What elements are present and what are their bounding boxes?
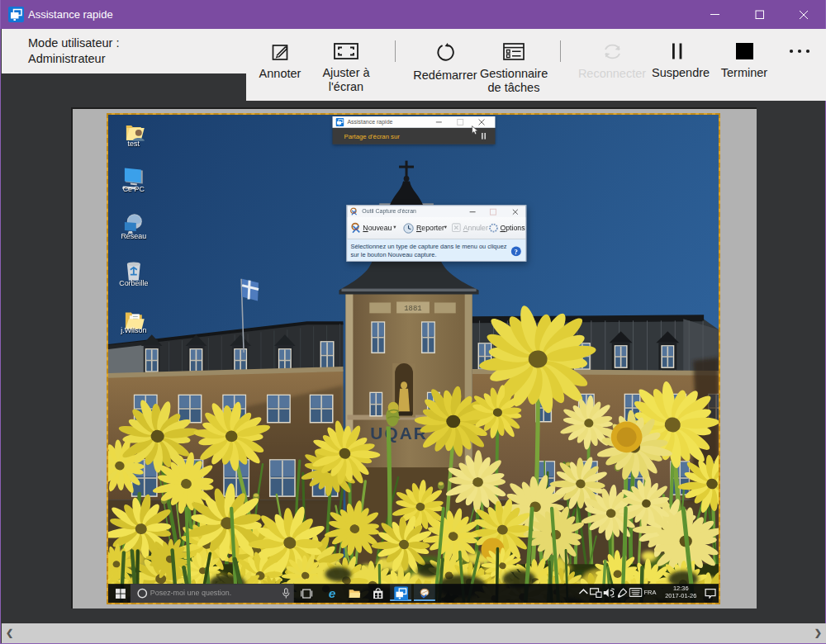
svg-text:1881: 1881	[404, 305, 421, 313]
svg-text:?: ?	[515, 248, 518, 256]
svg-text:UQAR: UQAR	[370, 424, 427, 443]
